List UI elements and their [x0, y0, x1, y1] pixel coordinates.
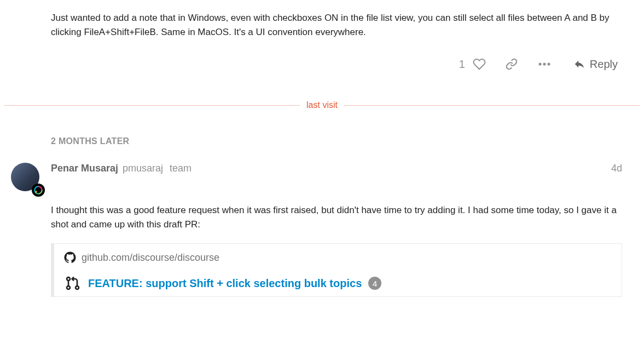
ellipsis-icon: [537, 58, 552, 70]
author-username[interactable]: pmusaraj: [123, 163, 163, 174]
onebox: github.com/discourse/discourse FEATURE: …: [51, 243, 622, 297]
post-body: Just wanted to add a note that in Window…: [51, 0, 622, 39]
svg-point-0: [538, 62, 541, 65]
share-link-button[interactable]: [503, 56, 520, 72]
last-visit-label: last visit: [300, 100, 344, 110]
reply-button-label: Reply: [590, 58, 618, 71]
svg-point-1: [543, 62, 546, 65]
pull-request-icon: [64, 274, 82, 292]
heart-icon: [473, 58, 486, 71]
more-actions-button[interactable]: [535, 56, 554, 72]
divider-rule: [344, 105, 640, 106]
like-count: 1: [459, 58, 465, 71]
author-fullname[interactable]: Penar Musaraj: [51, 163, 118, 174]
like-group: 1: [459, 55, 488, 73]
svg-point-4: [67, 277, 70, 281]
reply-icon: [573, 58, 585, 70]
post-header: Penar Musaraj pmusaraj team 4d: [11, 163, 622, 193]
post-actions: 1 Reply: [51, 39, 622, 89]
last-visit-divider: last visit: [4, 100, 640, 110]
post-age[interactable]: 4d: [611, 163, 622, 174]
avatar-wrap[interactable]: [11, 163, 42, 193]
svg-point-2: [547, 62, 550, 65]
author-title: team: [170, 163, 192, 174]
onebox-source: github.com/discourse/discourse: [64, 251, 612, 264]
avatar-flair: [32, 184, 45, 197]
like-button[interactable]: [471, 55, 488, 73]
reply-button[interactable]: Reply: [569, 56, 622, 73]
post-body: I thought this was a good feature reques…: [51, 193, 622, 231]
divider-rule: [4, 105, 300, 106]
link-icon: [506, 58, 518, 70]
github-icon: [64, 251, 76, 264]
onebox-click-count: 4: [368, 277, 381, 290]
svg-point-6: [76, 286, 79, 289]
onebox-source-link[interactable]: github.com/discourse/discourse: [82, 252, 219, 264]
time-gap: 2 MONTHS LATER: [51, 127, 622, 163]
discourse-icon: [34, 186, 43, 194]
onebox-title-row: FEATURE: support Shift + click selecting…: [64, 274, 612, 292]
svg-point-5: [67, 286, 70, 289]
onebox-title-link[interactable]: FEATURE: support Shift + click selecting…: [88, 277, 362, 290]
post-meta: Penar Musaraj pmusaraj team 4d: [51, 163, 622, 174]
